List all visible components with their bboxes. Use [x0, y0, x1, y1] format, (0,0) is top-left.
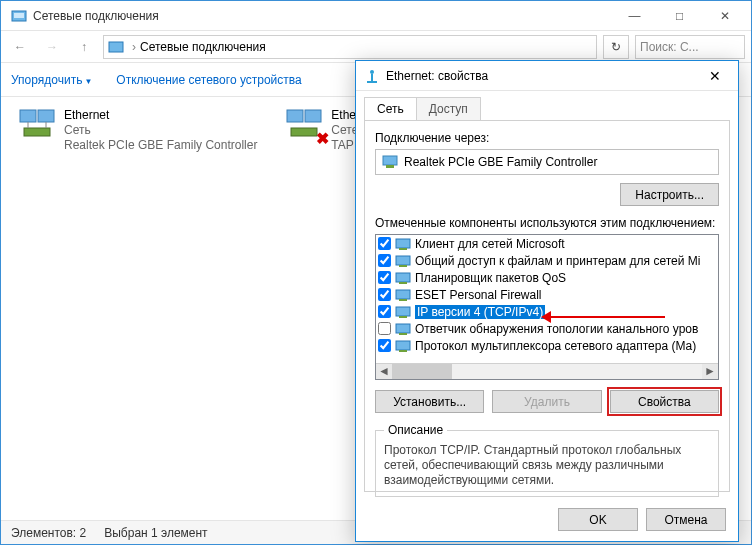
svg-rect-19: [399, 265, 407, 267]
svg-rect-17: [399, 248, 407, 250]
component-row[interactable]: IP версии 4 (TCP/IPv4): [376, 303, 718, 320]
adapter-status: Сеть: [64, 123, 257, 138]
svg-rect-21: [399, 282, 407, 284]
svg-rect-13: [367, 81, 377, 83]
tab-access[interactable]: Доступ: [416, 97, 481, 120]
nav-row: ← → ↑ › Сетевые подключения ↻ Поиск: С..…: [1, 31, 751, 63]
component-icon: [395, 271, 411, 285]
component-checkbox[interactable]: [378, 237, 391, 250]
status-count: Элементов: 2: [11, 526, 86, 540]
component-icon: [395, 288, 411, 302]
svg-rect-16: [396, 239, 410, 248]
address-bar[interactable]: › Сетевые подключения: [103, 35, 597, 59]
component-checkbox[interactable]: [378, 322, 391, 335]
horizontal-scrollbar[interactable]: ◄ ►: [376, 363, 718, 379]
svg-rect-4: [38, 110, 54, 122]
component-icon: [395, 305, 411, 319]
svg-rect-28: [396, 341, 410, 350]
component-label: Протокол мультиплексора сетевого адаптер…: [415, 339, 696, 353]
svg-rect-5: [24, 128, 50, 136]
component-row[interactable]: Протокол мультиплексора сетевого адаптер…: [376, 337, 718, 354]
breadcrumb[interactable]: Сетевые подключения: [140, 40, 266, 54]
component-checkbox[interactable]: [378, 305, 391, 318]
tab-network[interactable]: Сеть: [364, 97, 417, 120]
svg-rect-9: [305, 110, 321, 122]
svg-rect-3: [20, 110, 36, 122]
svg-rect-26: [396, 324, 410, 333]
folder-icon: [108, 39, 124, 55]
titlebar[interactable]: Сетевые подключения — □ ✕: [1, 1, 751, 31]
minimize-button[interactable]: —: [612, 1, 657, 30]
component-icon: [395, 322, 411, 336]
window-title: Сетевые подключения: [33, 9, 612, 23]
nic-small-icon: [382, 155, 398, 169]
configure-button[interactable]: Настроить...: [620, 183, 719, 206]
search-input[interactable]: Поиск: С...: [635, 35, 745, 59]
dialog-close-button[interactable]: ✕: [700, 68, 730, 84]
organize-menu[interactable]: Упорядочить▼: [11, 73, 92, 87]
status-selected: Выбран 1 элемент: [104, 526, 207, 540]
disable-device-button[interactable]: Отключение сетевого устройства: [116, 73, 301, 87]
component-row[interactable]: Планировщик пакетов QoS: [376, 269, 718, 286]
svg-rect-8: [287, 110, 303, 122]
svg-rect-14: [383, 156, 397, 165]
properties-button[interactable]: Свойства: [610, 390, 719, 413]
components-label: Отмеченные компоненты используются этим …: [375, 216, 719, 230]
network-icon: [364, 68, 380, 84]
maximize-button[interactable]: □: [657, 1, 702, 30]
cancel-button[interactable]: Отмена: [646, 508, 726, 531]
adapter-tap[interactable]: ✖ Ethe Сете TAP: [282, 105, 362, 156]
svg-rect-20: [396, 273, 410, 282]
dialog-titlebar[interactable]: Ethernet: свойства ✕: [356, 61, 738, 91]
description-text: Протокол TCP/IP. Стандартный протокол гл…: [384, 443, 710, 488]
component-icon: [395, 254, 411, 268]
component-row[interactable]: Клиент для сетей Microsoft: [376, 235, 718, 252]
svg-rect-24: [396, 307, 410, 316]
adapter-field-text: Realtek PCIe GBE Family Controller: [404, 155, 597, 169]
forward-button[interactable]: →: [39, 34, 65, 60]
refresh-button[interactable]: ↻: [603, 35, 629, 59]
tab-panel-network: Подключение через: Realtek PCIe GBE Fami…: [364, 120, 730, 492]
connect-via-label: Подключение через:: [375, 131, 719, 145]
component-checkbox[interactable]: [378, 254, 391, 267]
component-checkbox[interactable]: [378, 339, 391, 352]
ethernet-properties-dialog: Ethernet: свойства ✕ Сеть Доступ Подключ…: [355, 60, 739, 542]
component-icon: [395, 237, 411, 251]
component-label: IP версии 4 (TCP/IPv4): [415, 305, 545, 319]
up-button[interactable]: ↑: [71, 34, 97, 60]
ok-button[interactable]: OK: [558, 508, 638, 531]
nic-icon: ✖: [285, 108, 325, 144]
svg-rect-23: [399, 299, 407, 301]
component-checkbox[interactable]: [378, 288, 391, 301]
component-row[interactable]: ESET Personal Firewall: [376, 286, 718, 303]
svg-rect-25: [399, 316, 407, 318]
svg-rect-12: [371, 74, 373, 82]
description-group: Описание Протокол TCP/IP. Стандартный пр…: [375, 423, 719, 497]
component-label: Общий доступ к файлам и принтерам для се…: [415, 254, 700, 268]
scroll-left-icon[interactable]: ◄: [376, 364, 392, 379]
install-button[interactable]: Установить...: [375, 390, 484, 413]
svg-point-11: [370, 70, 374, 74]
scroll-right-icon[interactable]: ►: [702, 364, 718, 379]
component-label: Клиент для сетей Microsoft: [415, 237, 565, 251]
svg-rect-2: [109, 42, 123, 52]
adapter-ethernet[interactable]: Ethernet Сеть Realtek PCIe GBE Family Co…: [15, 105, 275, 156]
app-icon: [11, 8, 27, 24]
svg-rect-10: [291, 128, 317, 136]
adapter-field[interactable]: Realtek PCIe GBE Family Controller: [375, 149, 719, 175]
description-title: Описание: [384, 423, 447, 437]
scroll-thumb[interactable]: [392, 364, 452, 379]
svg-rect-22: [396, 290, 410, 299]
component-checkbox[interactable]: [378, 271, 391, 284]
components-list[interactable]: Клиент для сетей MicrosoftОбщий доступ к…: [375, 234, 719, 380]
remove-button: Удалить: [492, 390, 601, 413]
close-button[interactable]: ✕: [702, 1, 747, 30]
breadcrumb-sep: ›: [132, 40, 136, 54]
adapter-device: Realtek PCIe GBE Family Controller: [64, 138, 257, 153]
component-row[interactable]: Ответчик обнаружения топологии канальног…: [376, 320, 718, 337]
svg-rect-29: [399, 350, 407, 352]
back-button[interactable]: ←: [7, 34, 33, 60]
component-label: ESET Personal Firewall: [415, 288, 542, 302]
component-row[interactable]: Общий доступ к файлам и принтерам для се…: [376, 252, 718, 269]
svg-rect-1: [14, 13, 24, 18]
